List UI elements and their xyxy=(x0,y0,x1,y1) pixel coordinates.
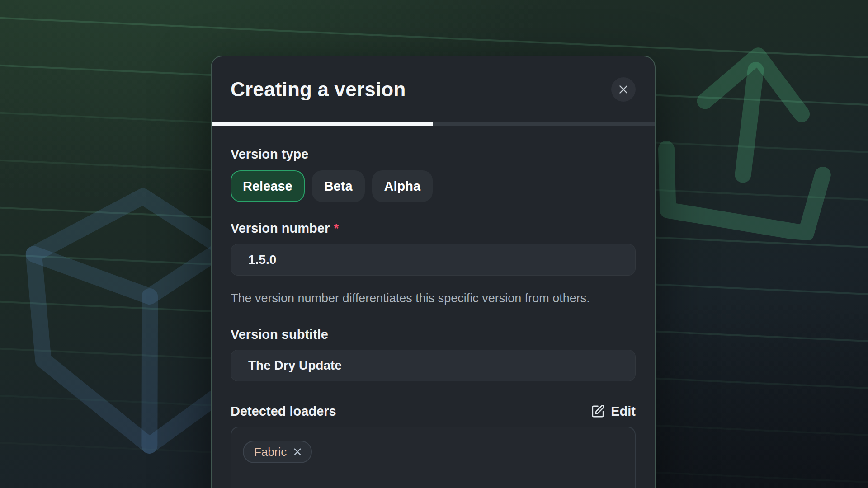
create-version-modal: Creating a version Version type Release … xyxy=(211,56,656,488)
version-number-input[interactable] xyxy=(231,244,636,276)
version-type-alpha[interactable]: Alpha xyxy=(372,170,433,202)
page-background: Creating a version Version type Release … xyxy=(0,0,868,488)
close-button[interactable] xyxy=(611,77,636,102)
version-type-beta[interactable]: Beta xyxy=(312,170,365,202)
version-type-release[interactable]: Release xyxy=(231,170,305,202)
version-number-label: Version number * xyxy=(231,221,636,236)
required-asterisk: * xyxy=(334,221,339,236)
version-subtitle-label: Version subtitle xyxy=(231,327,636,342)
modal-title: Creating a version xyxy=(231,78,406,101)
background-line xyxy=(0,16,868,61)
edit-loaders-button[interactable]: Edit xyxy=(591,404,636,419)
detected-loaders-row: Detected loaders Edit xyxy=(231,404,636,419)
remove-x-icon xyxy=(292,447,302,457)
modal-body: Version type Release Beta Alpha Version … xyxy=(212,146,655,488)
version-subtitle-input[interactable] xyxy=(231,350,636,381)
progress-fill xyxy=(212,122,433,126)
version-number-help: The version number differentiates this s… xyxy=(231,288,620,308)
remove-loader-button[interactable] xyxy=(292,447,302,457)
progress-bar xyxy=(212,122,655,126)
cube-wireframe-art xyxy=(16,183,233,467)
version-type-options: Release Beta Alpha xyxy=(231,170,636,202)
detected-loaders-box: Fabric xyxy=(231,427,636,488)
loader-chip-fabric: Fabric xyxy=(243,441,312,463)
detected-loaders-label: Detected loaders xyxy=(231,404,336,419)
close-icon xyxy=(618,84,629,95)
upload-arrow-art xyxy=(650,36,844,242)
modal-header: Creating a version xyxy=(212,56,655,122)
loader-chip-label: Fabric xyxy=(254,445,287,459)
version-type-label: Version type xyxy=(231,146,636,162)
edit-pencil-icon xyxy=(591,404,605,418)
